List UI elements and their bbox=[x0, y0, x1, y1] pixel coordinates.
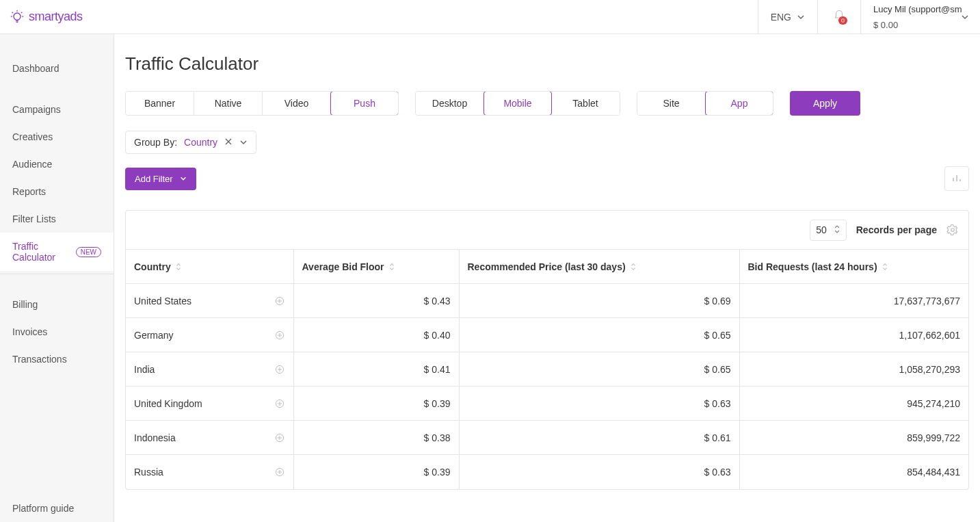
recommended-price-cell: $ 0.69 bbox=[459, 284, 739, 318]
country-cell: United Kingdom bbox=[126, 387, 293, 421]
sidebar-item-label: Invoices bbox=[12, 326, 47, 337]
segment-app[interactable]: App bbox=[705, 91, 773, 116]
sidebar-item-label: Reports bbox=[12, 186, 46, 197]
recommended-price-cell: $ 0.65 bbox=[459, 318, 739, 352]
recommended-price-cell: $ 0.63 bbox=[459, 455, 739, 489]
column-label: Country bbox=[134, 261, 171, 272]
sidebar-item-campaigns[interactable]: Campaigns bbox=[0, 96, 114, 123]
sidebar-item-platform-guide[interactable]: Platform guide bbox=[0, 495, 114, 522]
column-header-country[interactable]: Country bbox=[126, 250, 293, 284]
segment-site[interactable]: Site bbox=[637, 92, 706, 115]
column-label: Average Bid Floor bbox=[302, 261, 384, 272]
sort-icon bbox=[388, 263, 395, 271]
group-by-selector[interactable]: Group By: Country bbox=[125, 131, 256, 154]
inventory-segment: Site App bbox=[637, 91, 773, 116]
sidebar-item-label: Campaigns bbox=[12, 104, 61, 115]
sidebar-item-traffic-calculator[interactable]: Traffic Calculator NEW bbox=[0, 233, 114, 271]
add-filter-from-row-icon[interactable] bbox=[274, 296, 285, 306]
column-header-bid-requests[interactable]: Bid Requests (last 24 hours) bbox=[739, 250, 968, 284]
bid-requests-cell: 859,999,722 bbox=[739, 421, 968, 455]
sort-icon bbox=[882, 263, 888, 271]
records-value: 50 bbox=[816, 224, 827, 235]
svg-line-2 bbox=[12, 12, 13, 12]
bid-requests-cell: 854,484,431 bbox=[739, 455, 968, 489]
bid-requests-cell: 17,637,773,677 bbox=[739, 284, 968, 318]
segment-push[interactable]: Push bbox=[330, 91, 399, 116]
sidebar-item-audience[interactable]: Audience bbox=[0, 151, 114, 178]
avg-bid-floor-cell: $ 0.39 bbox=[293, 387, 459, 421]
chart-toggle-button[interactable] bbox=[944, 166, 969, 191]
segment-native[interactable]: Native bbox=[194, 92, 263, 115]
sidebar-item-creatives[interactable]: Creatives bbox=[0, 123, 114, 151]
column-label: Bid Requests (last 24 hours) bbox=[748, 261, 877, 272]
bid-requests-cell: 945,274,210 bbox=[739, 387, 968, 421]
sidebar-item-label: Creatives bbox=[12, 131, 53, 142]
page-title: Traffic Calculator bbox=[125, 53, 969, 75]
segment-desktop[interactable]: Desktop bbox=[416, 92, 484, 115]
country-name: Russia bbox=[134, 467, 163, 478]
notification-count-badge: 0 bbox=[838, 16, 847, 25]
brand-logo[interactable]: smartyads bbox=[0, 10, 114, 25]
add-filter-from-row-icon[interactable] bbox=[274, 330, 285, 341]
stepper-icon bbox=[834, 224, 840, 236]
segment-banner[interactable]: Banner bbox=[126, 92, 194, 115]
avg-bid-floor-cell: $ 0.40 bbox=[293, 318, 459, 352]
filter-row: Banner Native Video Push Desktop Mobile … bbox=[125, 91, 969, 116]
chevron-down-icon bbox=[961, 13, 969, 21]
bar-chart-icon bbox=[951, 172, 963, 186]
avg-bid-floor-cell: $ 0.41 bbox=[293, 352, 459, 387]
column-header-avg-bid-floor[interactable]: Average Bid Floor bbox=[293, 250, 459, 284]
avg-bid-floor-cell: $ 0.39 bbox=[293, 455, 459, 489]
sidebar-item-label: Transactions bbox=[12, 354, 67, 365]
segment-video[interactable]: Video bbox=[263, 92, 331, 115]
svg-line-3 bbox=[21, 12, 22, 12]
svg-point-13 bbox=[951, 229, 955, 232]
sidebar-item-dashboard[interactable]: Dashboard bbox=[0, 55, 114, 82]
country-name: Indonesia bbox=[134, 432, 176, 443]
table-row: United States$ 0.43$ 0.6917,637,773,677 bbox=[126, 284, 968, 318]
segment-mobile[interactable]: Mobile bbox=[484, 91, 552, 116]
sidebar-item-label: Audience bbox=[12, 159, 52, 170]
app-header: smartyads ENG 0 Lucy Mil (support@sma $ … bbox=[0, 0, 980, 34]
device-segment: Desktop Mobile Tablet bbox=[415, 91, 620, 116]
records-per-page-label: Records per page bbox=[856, 224, 937, 235]
add-filter-from-row-icon[interactable] bbox=[274, 467, 285, 478]
add-filter-button[interactable]: Add Filter bbox=[125, 168, 196, 190]
user-menu[interactable]: Lucy Mil (support@sma $ 0.00 bbox=[860, 0, 980, 34]
column-header-recommended-price[interactable]: Recommended Price (last 30 days) bbox=[459, 250, 739, 284]
records-per-page-select[interactable]: 50 bbox=[810, 220, 847, 241]
sidebar-item-label: Billing bbox=[12, 299, 38, 310]
sidebar-item-reports[interactable]: Reports bbox=[0, 178, 114, 205]
sidebar-item-filter-lists[interactable]: Filter Lists bbox=[0, 205, 114, 233]
format-segment: Banner Native Video Push bbox=[125, 91, 399, 116]
sidebar-item-invoices[interactable]: Invoices bbox=[0, 318, 114, 345]
add-filter-from-row-icon[interactable] bbox=[274, 398, 285, 409]
notifications-button[interactable]: 0 bbox=[817, 0, 860, 34]
country-cell: Germany bbox=[126, 318, 293, 352]
main-content: Traffic Calculator Banner Native Video P… bbox=[114, 34, 980, 522]
avg-bid-floor-cell: $ 0.38 bbox=[293, 421, 459, 455]
country-name: United Kingdom bbox=[134, 398, 202, 409]
add-filter-label: Add Filter bbox=[135, 174, 173, 184]
sidebar-item-transactions[interactable]: Transactions bbox=[0, 345, 114, 373]
close-icon[interactable] bbox=[224, 137, 233, 148]
table-row: Indonesia$ 0.38$ 0.61859,999,722 bbox=[126, 421, 968, 455]
sidebar-item-label: Dashboard bbox=[12, 63, 59, 74]
table-settings-button[interactable] bbox=[946, 224, 959, 236]
country-cell: Indonesia bbox=[126, 421, 293, 455]
brand-name: smartyads bbox=[29, 10, 83, 24]
chevron-down-icon bbox=[180, 175, 187, 182]
lightbulb-icon bbox=[10, 10, 25, 25]
sidebar-item-billing[interactable]: Billing bbox=[0, 291, 114, 318]
traffic-table: Country Average Bid Floor bbox=[126, 249, 968, 489]
language-selector[interactable]: ENG bbox=[758, 0, 817, 34]
country-name: United States bbox=[134, 296, 191, 306]
user-balance: $ 0.00 bbox=[873, 20, 898, 30]
segment-tablet[interactable]: Tablet bbox=[551, 92, 620, 115]
add-filter-from-row-icon[interactable] bbox=[274, 364, 285, 375]
apply-button[interactable]: Apply bbox=[790, 91, 860, 116]
sort-icon bbox=[175, 263, 182, 271]
sidebar-item-label: Filter Lists bbox=[12, 213, 56, 224]
avg-bid-floor-cell: $ 0.43 bbox=[293, 284, 459, 318]
add-filter-from-row-icon[interactable] bbox=[274, 432, 285, 443]
